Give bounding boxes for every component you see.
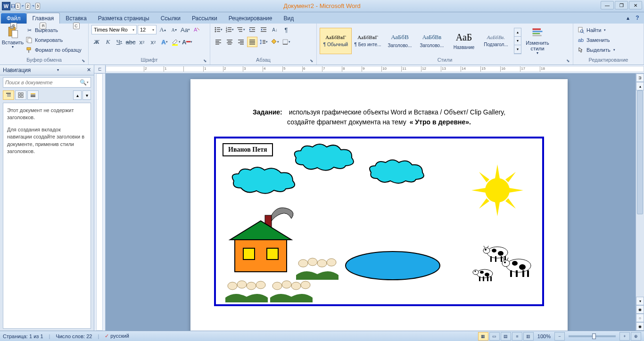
cow-clipart[interactable] (500, 254, 537, 277)
student-name-box[interactable]: Иванов Петя (223, 143, 273, 156)
cloud-shape[interactable] (367, 157, 428, 186)
clipboard-launcher[interactable]: ⬊ (81, 58, 86, 64)
align-left-button[interactable] (213, 37, 223, 47)
zoom-in-button[interactable]: + (619, 332, 630, 341)
strike-button[interactable]: abc (125, 37, 136, 47)
styles-launcher[interactable]: ⬊ (565, 58, 571, 64)
vertical-scrollbar[interactable]: ⊐ ▴ ▾ ◉ ○ ◉ (636, 73, 644, 331)
shrink-font-button[interactable]: A▾ (169, 24, 179, 35)
tab-insert[interactable]: ВставкаС (60, 13, 92, 24)
shading-button[interactable]: ▾ (270, 37, 280, 47)
search-icon[interactable]: 🔍 (80, 79, 87, 86)
nav-tab-headings[interactable] (3, 90, 14, 100)
qat-undo-button[interactable]: 2 (21, 1, 30, 11)
style-item[interactable]: АаБбВвГ¶ Без инте... (352, 28, 384, 54)
fit-button[interactable]: ⊕ (631, 332, 641, 341)
style-item[interactable]: АаБбВвЗаголово... (416, 28, 448, 54)
browse-object-button[interactable]: ○ (636, 314, 644, 322)
styles-more-button[interactable]: ▾ (514, 45, 521, 54)
help-button[interactable]: ? (634, 14, 641, 22)
tab-page-layout[interactable]: Разметка страницы (92, 13, 155, 24)
tab-view[interactable]: Вид (278, 13, 299, 24)
style-item[interactable]: АаБбВвГ¶ Обычный (320, 28, 352, 54)
navigation-search-input[interactable] (5, 80, 80, 85)
style-item[interactable]: АаБНазвание (448, 28, 480, 54)
find-button[interactable]: Найти▾ (576, 25, 616, 35)
close-button[interactable]: ✕ (629, 1, 642, 9)
navigation-close-button[interactable]: ✕ (87, 67, 91, 73)
show-marks-button[interactable]: ¶ (281, 24, 291, 35)
change-styles-button[interactable]: Изменить стили▾ (523, 25, 552, 57)
scroll-thumb[interactable] (637, 90, 643, 214)
superscript-button[interactable]: x2 (148, 37, 158, 47)
page-viewport[interactable]: Задание: используя графические объекты W… (106, 73, 636, 331)
align-center-button[interactable] (224, 37, 235, 47)
view-web-layout[interactable]: ▤ (501, 332, 511, 341)
replace-button[interactable]: abЗаменить (576, 35, 616, 45)
cloud-shape[interactable] (229, 164, 300, 197)
numbering-button[interactable]: 123▾ (224, 24, 235, 35)
style-item[interactable]: АаБбВЗаголово... (384, 28, 416, 54)
cloud-shape[interactable] (291, 141, 357, 174)
line-spacing-button[interactable]: ▾ (258, 37, 269, 47)
italic-button[interactable]: К (103, 37, 113, 47)
styles-down-button[interactable]: ▾ (514, 37, 521, 45)
nav-tab-results[interactable] (27, 90, 39, 100)
house-shape[interactable] (225, 202, 296, 277)
navigation-search[interactable]: 🔍▾ (3, 77, 91, 88)
copy-button[interactable]: Копировать (25, 35, 83, 45)
grow-font-button[interactable]: A▴ (157, 24, 168, 35)
nav-prev-button[interactable]: ▴ (73, 90, 82, 100)
styles-up-button[interactable]: ▴ (514, 28, 521, 37)
view-outline[interactable]: ≡ (512, 332, 522, 341)
zoom-slider[interactable] (569, 335, 616, 337)
tab-home[interactable]: ГлавнаяЯ (26, 13, 60, 24)
restore-button[interactable]: ❐ (615, 1, 628, 9)
highlight-button[interactable]: ▾ (171, 37, 181, 47)
view-draft[interactable]: ▥ (523, 332, 534, 341)
scroll-up-button[interactable]: ▴ (636, 82, 644, 90)
format-painter-button[interactable]: Формат по образцу (25, 45, 83, 55)
tab-references[interactable]: Ссылки (155, 13, 186, 24)
underline-button[interactable]: Ч▾ (114, 37, 124, 47)
view-print-layout[interactable]: ▦ (478, 332, 488, 341)
flowers-clipart[interactable] (270, 279, 313, 302)
cut-button[interactable]: ✂Вырезать (25, 25, 83, 35)
decrease-indent-button[interactable] (247, 24, 257, 35)
increase-indent-button[interactable] (258, 24, 269, 35)
borders-button[interactable]: ▾ (281, 37, 291, 47)
status-language[interactable]: ✓ русский (105, 333, 129, 339)
status-words[interactable]: Число слов: 22 (56, 333, 92, 339)
bullets-button[interactable]: ▾ (213, 24, 223, 35)
pond-shape[interactable] (343, 249, 442, 282)
sort-button[interactable]: A↓ (270, 24, 280, 35)
cow-clipart[interactable] (471, 266, 497, 282)
ruler-toggle[interactable]: ⊏ (94, 65, 106, 73)
status-page[interactable]: Страница: 1 из 1 (3, 333, 43, 339)
qat-save-button[interactable]: 1 (11, 1, 20, 11)
prev-page-button[interactable]: ◉ (636, 305, 644, 314)
ruler-toggle-button[interactable]: ⊐ (636, 73, 644, 82)
multilevel-button[interactable]: ▾ (236, 24, 246, 35)
font-size-combo[interactable]: 12▾ (138, 25, 157, 34)
font-color-button[interactable]: A▾ (182, 37, 192, 47)
select-button[interactable]: Выделить▾ (576, 45, 616, 55)
scroll-down-button[interactable]: ▾ (636, 297, 644, 305)
zoom-level[interactable]: 100% (537, 333, 551, 339)
drawing-canvas[interactable]: Иванов Петя (214, 137, 544, 306)
paste-button[interactable]: Вставить▾ (3, 24, 23, 50)
vertical-ruler[interactable] (94, 73, 106, 331)
word-app-icon[interactable]: W (2, 2, 10, 10)
align-right-button[interactable] (236, 37, 246, 47)
bold-button[interactable]: Ж (91, 37, 102, 47)
clear-format-button[interactable]: A (191, 24, 202, 35)
next-page-button[interactable]: ◉ (636, 322, 644, 331)
file-tab[interactable]: ФайлФ (1, 13, 26, 24)
sun-shape[interactable] (471, 164, 523, 216)
navigation-menu-button[interactable]: ▾ (57, 68, 59, 72)
tab-mailings[interactable]: Рассылки (186, 13, 223, 24)
flowers-clipart[interactable] (296, 256, 339, 280)
document-page[interactable]: Задание: используя графические объекты W… (190, 79, 568, 331)
text-effects-button[interactable]: A▾ (159, 37, 170, 47)
qat-redo-button[interactable]: 3 (31, 1, 40, 11)
